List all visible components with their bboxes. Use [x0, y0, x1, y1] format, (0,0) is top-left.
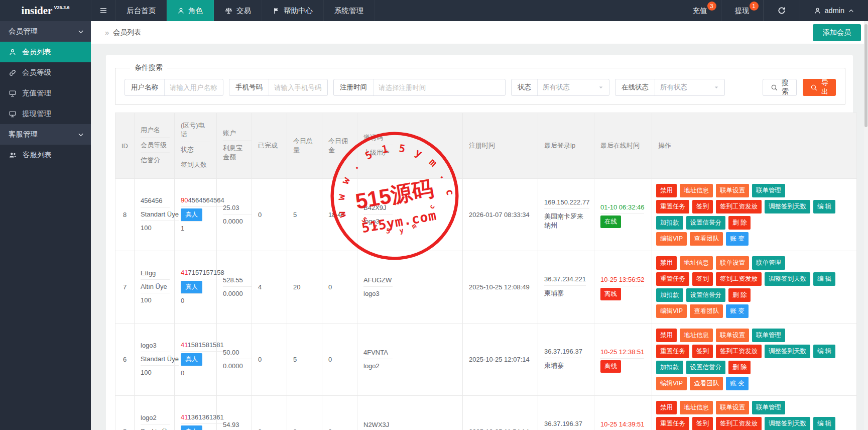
action-button[interactable]: 删 除 [728, 216, 751, 230]
status-select[interactable]: 所有状态 [538, 79, 609, 95]
action-button[interactable]: 联单设置 [716, 329, 749, 342]
action-button[interactable]: 编 辑 [813, 417, 835, 430]
action-button[interactable]: 编 辑 [813, 200, 835, 213]
action-button[interactable]: 调整签到天数 [765, 272, 810, 286]
export-button[interactable]: 导 出 [803, 79, 836, 96]
action-button[interactable]: 查看团队 [690, 232, 723, 246]
action-button[interactable]: 地址信息 [680, 256, 713, 270]
nav-item-help-center[interactable]: 帮助中心 [262, 0, 324, 21]
action-button[interactable]: 加扣款 [656, 361, 683, 374]
page-title: 会员列表 [113, 28, 141, 37]
action-button[interactable]: 地址信息 [680, 184, 713, 197]
withdraw-nav-button[interactable]: 提现 1 [721, 0, 763, 21]
action-button[interactable]: 签到工资发放 [716, 272, 762, 286]
nav-item-system[interactable]: 系统管理 [324, 0, 375, 21]
action-button[interactable]: 禁用 [656, 184, 677, 197]
action-button[interactable]: 禁用 [656, 329, 677, 342]
phone-area-code: 90 [181, 196, 188, 204]
member-username: logo2 [141, 412, 170, 424]
action-button[interactable]: 签到工资发放 [716, 200, 762, 213]
action-button[interactable]: 查看团队 [690, 377, 723, 390]
action-button[interactable]: 设置信誉分 [686, 361, 726, 374]
sidebar-item-withdraw-management[interactable]: 提现管理 [0, 103, 91, 124]
admin-user-menu[interactable]: admin [800, 0, 868, 21]
action-button[interactable]: 签到 [692, 417, 713, 430]
navbar-right: 充值 3 提现 1 admin [679, 0, 868, 21]
member-credit-score: 100 [141, 295, 152, 306]
action-button[interactable]: 设置信誉分 [686, 216, 726, 230]
sidebar-item-label: 充值管理 [22, 88, 51, 98]
online-status-select[interactable]: 所有状态 [655, 79, 724, 95]
phone-input[interactable] [269, 79, 327, 95]
brand-logo: insider V25.3.6 [0, 0, 91, 21]
action-button[interactable]: 联单管理 [752, 184, 785, 197]
last-online-time: 01-10 06:32:46 [600, 202, 644, 214]
sidebar-item-recharge-management[interactable]: 充值管理 [0, 83, 91, 103]
flag-icon [273, 7, 280, 15]
action-button[interactable]: 删 除 [728, 361, 751, 374]
action-button[interactable]: 联单设置 [716, 256, 749, 270]
sidebar-item-member-level[interactable]: 会员等级 [0, 62, 91, 83]
action-button[interactable]: 重置任务 [656, 200, 689, 213]
action-button[interactable]: 账 变 [726, 377, 748, 390]
nav-item-dashboard[interactable]: 后台首页 [116, 0, 167, 21]
action-button[interactable]: 联单管理 [752, 401, 785, 414]
reg-time-input[interactable] [374, 79, 505, 95]
action-button[interactable]: 加扣款 [656, 216, 683, 230]
sidebar-item-service-list[interactable]: 客服列表 [0, 145, 91, 165]
action-button[interactable]: 重置任务 [656, 272, 689, 286]
last-login-ip: 36.37.196.37 [544, 418, 582, 430]
nav-item-trade[interactable]: 交易 [214, 0, 262, 21]
sidebar-item-member-list[interactable]: 会员列表 [0, 42, 91, 62]
board-icon [9, 110, 17, 118]
action-button[interactable]: 联单管理 [752, 256, 785, 270]
checkin-days: 1 [181, 223, 184, 235]
sidebar-group-label: 客服管理 [9, 130, 38, 139]
user-icon [9, 48, 17, 56]
sidebar-group-service-management[interactable]: 客服管理 [0, 124, 91, 145]
action-button[interactable]: 删 除 [728, 288, 751, 302]
username-input[interactable] [165, 79, 223, 95]
invite-code: N2WX3J [363, 419, 393, 430]
action-button[interactable]: 禁用 [656, 401, 677, 414]
action-button[interactable]: 编辑VIP [656, 377, 687, 390]
action-button[interactable]: 签到工资发放 [716, 345, 762, 358]
sidebar-toggle-button[interactable] [91, 0, 116, 21]
action-button[interactable]: 编 辑 [813, 345, 835, 358]
action-button[interactable]: 账 变 [726, 232, 748, 246]
action-button[interactable]: 签到工资发放 [716, 417, 762, 430]
refresh-button[interactable] [763, 0, 800, 21]
sidebar-group-member-management[interactable]: 会员管理 [0, 21, 91, 42]
action-button[interactable]: 调整签到天数 [765, 345, 810, 358]
action-button[interactable]: 禁用 [656, 256, 677, 270]
page-scrollbar-thumb[interactable] [864, 24, 867, 127]
member-phone: 411361361361 [181, 412, 224, 424]
action-button[interactable]: 签到 [692, 200, 713, 213]
action-button[interactable]: 重置任务 [656, 417, 689, 430]
recharge-nav-button[interactable]: 充值 3 [679, 0, 721, 21]
action-button[interactable]: 编辑VIP [656, 232, 687, 246]
action-button[interactable]: 地址信息 [680, 329, 713, 342]
row-actions: 禁用地址信息联单设置联单管理重置任务签到签到工资发放调整签到天数编 辑加扣款设置… [656, 329, 853, 390]
action-button[interactable]: 联单设置 [716, 401, 749, 414]
add-member-button[interactable]: 添加会员 [813, 24, 861, 41]
action-button[interactable]: 编辑VIP [656, 304, 687, 318]
action-button[interactable]: 加扣款 [656, 288, 683, 302]
action-button[interactable]: 签到 [692, 345, 713, 358]
action-button[interactable]: 账 变 [726, 304, 748, 318]
action-button[interactable]: 联单管理 [752, 329, 785, 342]
action-button[interactable]: 查看团队 [690, 304, 723, 318]
online-status-select-label: 在线状态 [615, 79, 655, 95]
action-button[interactable]: 调整签到天数 [765, 417, 810, 430]
action-button[interactable]: 设置信誉分 [686, 288, 726, 302]
search-button[interactable]: 搜 索 [763, 79, 797, 96]
top-navbar: insider V25.3.6 后台首页 角色 交易 帮助中心 [0, 0, 868, 21]
action-button[interactable]: 调整签到天数 [765, 200, 810, 213]
action-button[interactable]: 重置任务 [656, 345, 689, 358]
nav-item-roles[interactable]: 角色 [167, 0, 214, 21]
action-button[interactable]: 签到 [692, 272, 713, 286]
action-button[interactable]: 编 辑 [813, 272, 835, 286]
today-commission: 0 [328, 356, 332, 363]
action-button[interactable]: 联单设置 [716, 184, 749, 197]
action-button[interactable]: 地址信息 [680, 401, 713, 414]
